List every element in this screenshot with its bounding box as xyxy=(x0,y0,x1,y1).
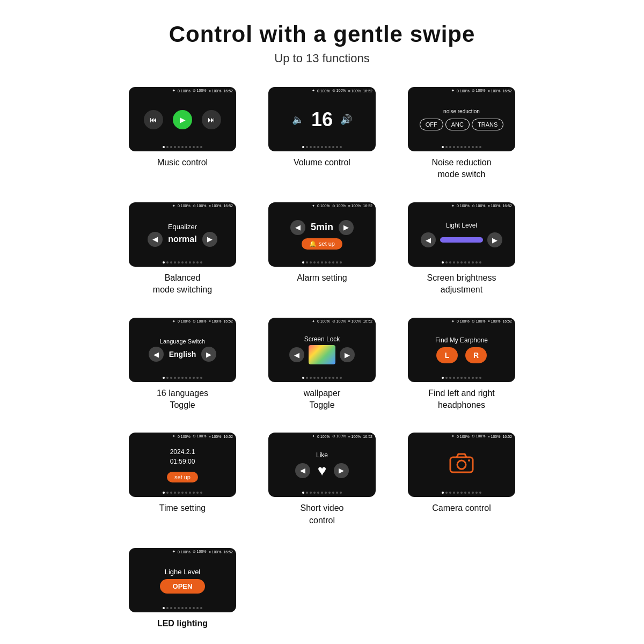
status-bar-7: ✦0 100%⊙ 100%≡ 100%16:52 xyxy=(129,318,236,324)
like-label: Like xyxy=(316,451,328,459)
screen-alarm: ✦0 100%⊙ 100%≡ 100%16:52 ◀ 5min ▶ 🔔set u… xyxy=(268,202,376,267)
eq-next[interactable]: ▶ xyxy=(202,232,217,247)
screen-language: ✦0 100%⊙ 100%≡ 100%16:52 Language Switch… xyxy=(129,318,236,382)
alarm-time: 5min xyxy=(311,222,333,233)
lang-label: Language Switch xyxy=(160,338,205,345)
screen-volume-control: ✦0 100%⊙ 100%≡ 100%16:52 🔈 16 🔊 xyxy=(268,87,376,151)
screen-noise-reduction: ✦0 100%⊙ 100%≡ 100%16:52 noise reduction… xyxy=(408,87,515,151)
wallpaper-preview xyxy=(309,345,335,364)
screen-music-control: ✦0 100%⊙ 100%≡ 100%16:52 ⏮ ▶ ⏭ xyxy=(129,87,236,151)
status-bar-5: ✦0 100%⊙ 100%≡ 100%16:52 xyxy=(268,202,376,208)
cell-time-setting: ✦0 100%⊙ 100%≡ 100%16:52 2024.2.1 01:59:… xyxy=(129,433,236,526)
status-bar-9: ✦0 100%⊙ 100%≡ 100%16:52 xyxy=(408,318,515,324)
svg-point-2 xyxy=(468,459,470,462)
eq-prev[interactable]: ◀ xyxy=(148,232,163,247)
status-bar-10: ✦0 100%⊙ 100%≡ 100%16:52 xyxy=(129,433,236,438)
time-setup-btn[interactable]: set up xyxy=(167,472,198,482)
svg-point-1 xyxy=(457,460,466,469)
cell-short-video: ✦0 100%⊙ 100%≡ 100%16:52 Like ◀ ♥ ▶ Shor… xyxy=(268,433,376,526)
screen-camera: ✦0 100%⊙ 100%≡ 100%16:52 xyxy=(408,433,515,497)
time-date: 2024.2.1 xyxy=(170,448,195,456)
cell-language: ✦0 100%⊙ 100%≡ 100%16:52 Language Switch… xyxy=(129,318,236,412)
caption-music: Music control xyxy=(157,157,208,169)
page-subtitle: Up to 13 functions xyxy=(274,52,369,65)
lang-prev[interactable]: ◀ xyxy=(149,347,164,362)
led-label: Lighe Level xyxy=(165,568,201,576)
status-bar: ✦0 100%⊙ 100%≡ 100%16:52 xyxy=(129,87,236,93)
caption-eq: Balancedmode switching xyxy=(153,272,212,296)
status-bar-2: ✦0 100%⊙ 100%≡ 100%16:52 xyxy=(268,87,376,93)
play-btn[interactable]: ▶ xyxy=(173,110,192,129)
noise-anc-btn[interactable]: ANC xyxy=(445,119,470,130)
noise-trans-btn[interactable]: TRANS xyxy=(472,119,503,130)
brightness-bar xyxy=(440,237,483,243)
bright-next[interactable]: ▶ xyxy=(487,232,502,247)
screen-wallpaper: ✦0 100%⊙ 100%≡ 100%16:52 Screen Lock ◀ ▶ xyxy=(268,318,376,382)
noise-label: noise reduction xyxy=(443,108,480,114)
lang-value: English xyxy=(169,350,196,358)
cell-music-control: ✦0 100%⊙ 100%≡ 100%16:52 ⏮ ▶ ⏭ Music con… xyxy=(129,87,236,181)
status-bar-4: ✦0 100%⊙ 100%≡ 100%16:52 xyxy=(129,202,236,208)
alarm-setup-btn[interactable]: 🔔set up xyxy=(302,238,342,250)
find-right-btn[interactable]: R xyxy=(465,347,487,363)
screen-brightness: ✦0 100%⊙ 100%≡ 100%16:52 Light Level ◀ ▶ xyxy=(408,202,515,267)
vol-icon-right: 🔊 xyxy=(340,114,352,126)
cell-alarm: ✦0 100%⊙ 100%≡ 100%16:52 ◀ 5min ▶ 🔔set u… xyxy=(268,202,376,296)
status-bar-6: ✦0 100%⊙ 100%≡ 100%16:52 xyxy=(408,202,515,208)
caption-wallpaper: wallpaperToggle xyxy=(304,387,340,412)
caption-brightness: Screen brightnessadjustment xyxy=(427,272,496,296)
prev-btn[interactable]: ⏮ xyxy=(144,110,163,129)
caption-volume: Volume control xyxy=(294,157,350,169)
cell-equalizer: ✦0 100%⊙ 100%≡ 100%16:52 Equalizer ◀ nor… xyxy=(129,202,236,296)
caption-noise: Noise reductionmode switch xyxy=(431,157,491,181)
feature-grid: ✦0 100%⊙ 100%≡ 100%16:52 ⏮ ▶ ⏭ Music con… xyxy=(129,87,515,630)
page-title: Control with a gentle swipe xyxy=(169,21,475,47)
cell-camera: ✦0 100%⊙ 100%≡ 100%16:52 Camera control xyxy=(408,433,515,526)
time-value: 01:59:00 xyxy=(170,458,195,465)
cell-find-earphone: ✦0 100%⊙ 100%≡ 100%16:52 Find My Earphon… xyxy=(408,318,515,412)
screen-find-earphone: ✦0 100%⊙ 100%≡ 100%16:52 Find My Earphon… xyxy=(408,318,515,382)
status-bar-13: ✦0 100%⊙ 100%≡ 100%16:52 xyxy=(129,548,236,554)
caption-camera: Camera control xyxy=(432,502,491,514)
wall-next[interactable]: ▶ xyxy=(340,347,355,362)
next-btn[interactable]: ⏭ xyxy=(202,110,221,129)
cell-led: ✦0 100%⊙ 100%≡ 100%16:52 Lighe Level OPE… xyxy=(129,548,236,630)
cell-noise-reduction: ✦0 100%⊙ 100%≡ 100%16:52 noise reduction… xyxy=(408,87,515,181)
cell-volume-control: ✦0 100%⊙ 100%≡ 100%16:52 🔈 16 🔊 Volume c… xyxy=(268,87,376,181)
cell-wallpaper: ✦0 100%⊙ 100%≡ 100%16:52 Screen Lock ◀ ▶… xyxy=(268,318,376,412)
caption-led: LED lighting xyxy=(157,618,208,630)
alarm-prev[interactable]: ◀ xyxy=(290,220,305,235)
lang-next[interactable]: ▶ xyxy=(201,347,216,362)
bright-prev[interactable]: ◀ xyxy=(421,232,436,247)
status-bar-3: ✦0 100%⊙ 100%≡ 100%16:52 xyxy=(408,87,515,93)
find-label: Find My Earphone xyxy=(435,336,488,344)
wall-prev[interactable]: ◀ xyxy=(289,347,304,362)
video-prev[interactable]: ◀ xyxy=(295,463,310,478)
status-bar-11: ✦0 100%⊙ 100%≡ 100%16:52 xyxy=(268,433,376,438)
screen-time-setting: ✦0 100%⊙ 100%≡ 100%16:52 2024.2.1 01:59:… xyxy=(129,433,236,497)
status-bar-12: ✦0 100%⊙ 100%≡ 100%16:52 xyxy=(408,433,515,438)
caption-find: Find left and rightheadphones xyxy=(428,387,495,412)
screen-equalizer: ✦0 100%⊙ 100%≡ 100%16:52 Equalizer ◀ nor… xyxy=(129,202,236,267)
vol-number: 16 xyxy=(311,108,333,131)
alarm-next[interactable]: ▶ xyxy=(339,220,354,235)
video-next[interactable]: ▶ xyxy=(334,463,349,478)
screen-led: ✦0 100%⊙ 100%≡ 100%16:52 Lighe Level OPE… xyxy=(129,548,236,612)
screen-short-video: ✦0 100%⊙ 100%≡ 100%16:52 Like ◀ ♥ ▶ xyxy=(268,433,376,497)
eq-value: normal xyxy=(168,235,196,244)
vol-icon: 🔈 xyxy=(292,114,304,126)
eq-label: Equalizer xyxy=(168,223,197,231)
light-label: Light Level xyxy=(446,222,477,229)
caption-language: 16 languagesToggle xyxy=(157,387,208,412)
led-open-btn[interactable]: OPEN xyxy=(160,579,206,594)
status-bar-8: ✦0 100%⊙ 100%≡ 100%16:52 xyxy=(268,318,376,324)
noise-off-btn[interactable]: OFF xyxy=(420,119,443,130)
camera-icon xyxy=(448,452,475,478)
caption-video: Short videocontrol xyxy=(301,502,344,526)
lock-label: Screen Lock xyxy=(304,335,340,343)
caption-alarm: Alarm setting xyxy=(297,272,347,284)
cell-screen-brightness: ✦0 100%⊙ 100%≡ 100%16:52 Light Level ◀ ▶… xyxy=(408,202,515,296)
heart-icon: ♥ xyxy=(318,462,327,479)
find-left-btn[interactable]: L xyxy=(436,347,458,363)
caption-time: Time setting xyxy=(159,502,206,514)
